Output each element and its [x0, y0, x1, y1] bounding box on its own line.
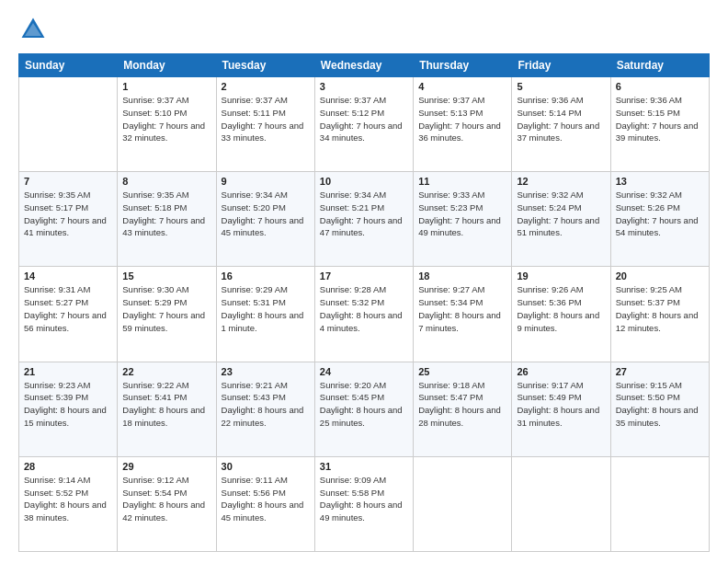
calendar-cell: 15Sunrise: 9:30 AMSunset: 5:29 PMDayligh… [118, 267, 216, 362]
calendar-cell: 27Sunrise: 9:15 AMSunset: 5:50 PMDayligh… [610, 362, 709, 456]
day-number: 2 [222, 81, 310, 92]
day-info: Sunrise: 9:21 AMSunset: 5:43 PMDaylight:… [222, 379, 310, 430]
calendar-cell [610, 456, 709, 551]
weekday-header-friday: Friday [512, 54, 610, 77]
calendar-cell: 10Sunrise: 9:34 AMSunset: 5:21 PMDayligh… [314, 172, 413, 267]
day-info: Sunrise: 9:27 AMSunset: 5:34 PMDaylight:… [418, 283, 506, 334]
day-info: Sunrise: 9:12 AMSunset: 5:54 PMDaylight:… [122, 474, 210, 524]
calendar-cell: 24Sunrise: 9:20 AMSunset: 5:45 PMDayligh… [314, 362, 413, 456]
calendar-cell: 6Sunrise: 9:36 AMSunset: 5:15 PMDaylight… [610, 77, 709, 172]
calendar-cell: 3Sunrise: 9:37 AMSunset: 5:12 PMDaylight… [314, 77, 413, 172]
day-info: Sunrise: 9:32 AMSunset: 5:26 PMDaylight:… [616, 189, 704, 239]
calendar-cell: 16Sunrise: 9:29 AMSunset: 5:31 PMDayligh… [216, 267, 314, 362]
calendar-week-row: 14Sunrise: 9:31 AMSunset: 5:27 PMDayligh… [19, 267, 710, 362]
day-info: Sunrise: 9:37 AMSunset: 5:13 PMDaylight:… [418, 94, 506, 144]
day-number: 8 [122, 176, 210, 187]
calendar-week-row: 21Sunrise: 9:23 AMSunset: 5:39 PMDayligh… [19, 362, 710, 456]
calendar-header-row: SundayMondayTuesdayWednesdayThursdayFrid… [19, 54, 710, 77]
day-info: Sunrise: 9:36 AMSunset: 5:14 PMDaylight:… [517, 94, 605, 144]
day-number: 9 [222, 176, 310, 187]
day-info: Sunrise: 9:20 AMSunset: 5:45 PMDaylight:… [320, 379, 408, 430]
day-number: 28 [24, 461, 112, 472]
day-info: Sunrise: 9:34 AMSunset: 5:21 PMDaylight:… [320, 189, 408, 239]
calendar-cell: 22Sunrise: 9:22 AMSunset: 5:41 PMDayligh… [118, 362, 216, 456]
calendar-cell: 19Sunrise: 9:26 AMSunset: 5:36 PMDayligh… [512, 267, 610, 362]
day-number: 4 [418, 81, 506, 92]
day-number: 24 [320, 366, 408, 377]
calendar-cell [512, 456, 610, 551]
day-info: Sunrise: 9:36 AMSunset: 5:15 PMDaylight:… [616, 94, 704, 144]
calendar-week-row: 7Sunrise: 9:35 AMSunset: 5:17 PMDaylight… [19, 172, 710, 267]
calendar-cell: 14Sunrise: 9:31 AMSunset: 5:27 PMDayligh… [19, 267, 118, 362]
calendar-cell: 11Sunrise: 9:33 AMSunset: 5:23 PMDayligh… [414, 172, 512, 267]
weekday-header-sunday: Sunday [19, 54, 118, 77]
header [18, 15, 710, 44]
day-info: Sunrise: 9:37 AMSunset: 5:12 PMDaylight:… [320, 94, 408, 144]
calendar-week-row: 28Sunrise: 9:14 AMSunset: 5:52 PMDayligh… [19, 456, 710, 551]
day-info: Sunrise: 9:23 AMSunset: 5:39 PMDaylight:… [24, 379, 112, 430]
day-number: 27 [616, 366, 704, 377]
calendar-cell: 12Sunrise: 9:32 AMSunset: 5:24 PMDayligh… [512, 172, 610, 267]
day-number: 14 [24, 270, 112, 282]
day-number: 15 [122, 270, 210, 282]
day-info: Sunrise: 9:11 AMSunset: 5:56 PMDaylight:… [222, 474, 310, 524]
day-info: Sunrise: 9:18 AMSunset: 5:47 PMDaylight:… [418, 379, 506, 430]
calendar-cell: 26Sunrise: 9:17 AMSunset: 5:49 PMDayligh… [512, 362, 610, 456]
calendar-week-row: 1Sunrise: 9:37 AMSunset: 5:10 PMDaylight… [19, 77, 710, 172]
calendar-cell: 29Sunrise: 9:12 AMSunset: 5:54 PMDayligh… [118, 456, 216, 551]
day-number: 16 [222, 270, 310, 282]
day-number: 20 [616, 270, 704, 282]
calendar-cell: 31Sunrise: 9:09 AMSunset: 5:58 PMDayligh… [314, 456, 413, 551]
day-info: Sunrise: 9:17 AMSunset: 5:49 PMDaylight:… [517, 379, 605, 430]
calendar-cell: 25Sunrise: 9:18 AMSunset: 5:47 PMDayligh… [414, 362, 512, 456]
calendar-cell: 17Sunrise: 9:28 AMSunset: 5:32 PMDayligh… [314, 267, 413, 362]
calendar-table: SundayMondayTuesdayWednesdayThursdayFrid… [18, 53, 710, 552]
day-info: Sunrise: 9:22 AMSunset: 5:41 PMDaylight:… [122, 379, 210, 430]
day-number: 13 [616, 176, 704, 187]
calendar-cell [414, 456, 512, 551]
day-number: 30 [222, 461, 310, 472]
day-info: Sunrise: 9:31 AMSunset: 5:27 PMDaylight:… [24, 283, 112, 334]
calendar-cell: 28Sunrise: 9:14 AMSunset: 5:52 PMDayligh… [19, 456, 118, 551]
logo-icon [18, 15, 48, 44]
day-number: 19 [517, 270, 605, 282]
day-info: Sunrise: 9:37 AMSunset: 5:10 PMDaylight:… [122, 94, 210, 144]
calendar-cell: 2Sunrise: 9:37 AMSunset: 5:11 PMDaylight… [216, 77, 314, 172]
day-number: 22 [122, 366, 210, 377]
day-info: Sunrise: 9:30 AMSunset: 5:29 PMDaylight:… [122, 283, 210, 334]
day-info: Sunrise: 9:26 AMSunset: 5:36 PMDaylight:… [517, 283, 605, 334]
weekday-header-thursday: Thursday [414, 54, 512, 77]
day-info: Sunrise: 9:35 AMSunset: 5:17 PMDaylight:… [24, 189, 112, 239]
day-number: 11 [418, 176, 506, 187]
day-info: Sunrise: 9:37 AMSunset: 5:11 PMDaylight:… [222, 94, 310, 144]
day-number: 26 [517, 366, 605, 377]
calendar-cell: 30Sunrise: 9:11 AMSunset: 5:56 PMDayligh… [216, 456, 314, 551]
calendar-cell: 21Sunrise: 9:23 AMSunset: 5:39 PMDayligh… [19, 362, 118, 456]
day-number: 1 [122, 81, 210, 92]
calendar-cell: 8Sunrise: 9:35 AMSunset: 5:18 PMDaylight… [118, 172, 216, 267]
day-number: 3 [320, 81, 408, 92]
day-number: 6 [616, 81, 704, 92]
calendar-cell: 23Sunrise: 9:21 AMSunset: 5:43 PMDayligh… [216, 362, 314, 456]
calendar-cell: 4Sunrise: 9:37 AMSunset: 5:13 PMDaylight… [414, 77, 512, 172]
day-number: 10 [320, 176, 408, 187]
day-info: Sunrise: 9:14 AMSunset: 5:52 PMDaylight:… [24, 474, 112, 524]
day-info: Sunrise: 9:28 AMSunset: 5:32 PMDaylight:… [320, 283, 408, 334]
day-number: 31 [320, 461, 408, 472]
day-number: 25 [418, 366, 506, 377]
weekday-header-wednesday: Wednesday [314, 54, 413, 77]
page: SundayMondayTuesdayWednesdayThursdayFrid… [0, 0, 728, 563]
weekday-header-monday: Monday [118, 54, 216, 77]
day-info: Sunrise: 9:34 AMSunset: 5:20 PMDaylight:… [222, 189, 310, 239]
day-info: Sunrise: 9:15 AMSunset: 5:50 PMDaylight:… [616, 379, 704, 430]
day-info: Sunrise: 9:29 AMSunset: 5:31 PMDaylight:… [222, 283, 310, 334]
day-number: 7 [24, 176, 112, 187]
calendar-cell: 5Sunrise: 9:36 AMSunset: 5:14 PMDaylight… [512, 77, 610, 172]
day-number: 29 [122, 461, 210, 472]
calendar-cell: 20Sunrise: 9:25 AMSunset: 5:37 PMDayligh… [610, 267, 709, 362]
logo [18, 15, 51, 44]
calendar-cell: 13Sunrise: 9:32 AMSunset: 5:26 PMDayligh… [610, 172, 709, 267]
day-info: Sunrise: 9:33 AMSunset: 5:23 PMDaylight:… [418, 189, 506, 239]
calendar-cell: 1Sunrise: 9:37 AMSunset: 5:10 PMDaylight… [118, 77, 216, 172]
day-number: 5 [517, 81, 605, 92]
